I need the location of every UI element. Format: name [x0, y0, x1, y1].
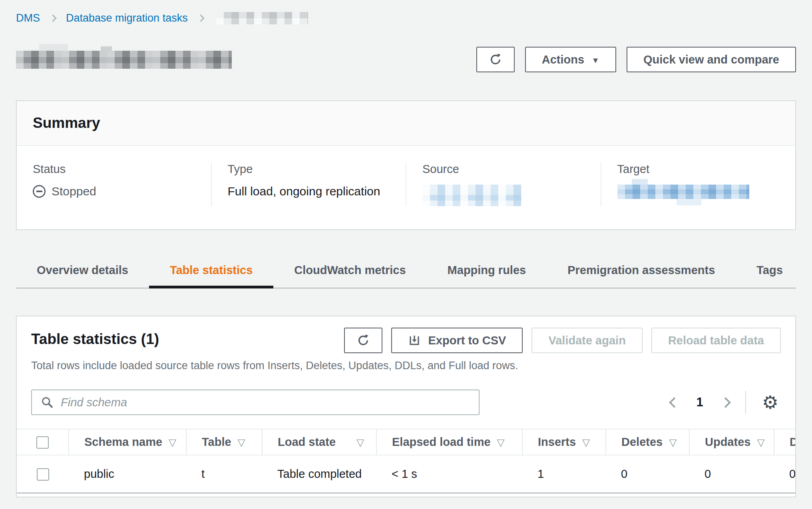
table-refresh-button[interactable]: [344, 328, 382, 353]
table-row: public t Table completed < 1 s 1 0 0 0: [17, 455, 796, 493]
reload-table-data-label: Reload table data: [668, 334, 764, 347]
target-label: Target: [617, 163, 780, 176]
sort-icon: ▽: [356, 437, 364, 448]
previous-page-button[interactable]: [669, 397, 680, 408]
sort-icon: ▽: [669, 437, 677, 448]
tab-mapping-rules[interactable]: Mapping rules: [427, 253, 547, 288]
column-header-inserts[interactable]: Inserts▽: [522, 429, 606, 455]
breadcrumb-tasks-link[interactable]: Database migration tasks: [66, 12, 188, 24]
status-text: Stopped: [52, 185, 96, 198]
column-label: Elapsed load time: [392, 435, 491, 448]
panel-buttons: Export to CSV Validate again Reload tabl…: [344, 328, 781, 353]
pagination-divider: [745, 391, 746, 414]
pagination: 1 ⚙: [671, 391, 781, 414]
header-actions: Actions ▼ Quick view and compare: [476, 47, 796, 72]
cell-load-state: Table completed: [262, 455, 376, 493]
tab-premigration-assessments[interactable]: Premigration assessments: [547, 253, 736, 288]
summary-title: Summary: [33, 115, 100, 131]
panel-description: Total rows include loaded source table r…: [17, 360, 795, 372]
page-number[interactable]: 1: [694, 395, 706, 410]
refresh-button[interactable]: [476, 47, 515, 72]
validate-again-label: Validate again: [548, 334, 625, 347]
table-statistics-table: Schema name▽ Table▽ Load state▽ Elapsed …: [17, 429, 796, 493]
tab-tags[interactable]: Tags: [736, 253, 804, 288]
page-header: Actions ▼ Quick view and compare: [16, 40, 796, 79]
tab-label: Premigration assessments: [567, 264, 715, 277]
tab-table-statistics[interactable]: Table statistics: [149, 253, 273, 288]
summary-col-status: Status Stopped: [17, 163, 211, 206]
column-header-ddls[interactable]: DDLs▽: [774, 429, 796, 455]
column-label: Load state: [278, 435, 336, 448]
next-page-button[interactable]: [720, 397, 731, 408]
cell-elapsed-load-time: < 1 s: [376, 455, 522, 493]
summary-body: Status Stopped Type Full load, ongoing r…: [17, 146, 795, 229]
settings-gear-icon[interactable]: ⚙: [762, 393, 778, 412]
cell-schema-name: public: [69, 455, 186, 493]
tab-overview-details[interactable]: Overview details: [16, 253, 149, 288]
panel-header: Table statistics (1) Export to CSV: [17, 316, 795, 353]
status-value: Stopped: [33, 185, 195, 198]
download-icon: [408, 334, 421, 347]
cell-ddls: 0: [774, 455, 796, 493]
cell-inserts: 1: [522, 455, 606, 493]
chevron-right-icon: [197, 14, 204, 22]
chevron-right-icon: [49, 14, 56, 22]
column-header-load-state[interactable]: Load state▽: [262, 429, 376, 455]
tab-cloudwatch-metrics[interactable]: CloudWatch metrics: [273, 253, 426, 288]
column-header-deletes[interactable]: Deletes▽: [606, 429, 689, 455]
cell-deletes: 0: [606, 455, 689, 493]
select-all-checkbox[interactable]: [36, 436, 49, 449]
refresh-icon: [356, 334, 370, 347]
table-statistics-panel: Table statistics (1) Export to CSV: [16, 316, 796, 497]
export-csv-label: Export to CSV: [428, 334, 506, 347]
summary-col-target: Target: [601, 163, 796, 206]
schema-search-box: [31, 390, 480, 415]
page: DMS Database migration tasks Actions ▼ Q…: [0, 12, 812, 497]
summary-card-header: Summary: [17, 101, 795, 146]
tab-label: Table statistics: [170, 264, 253, 277]
breadcrumb: DMS Database migration tasks: [16, 12, 796, 24]
panel-title: Table statistics (1): [31, 328, 159, 348]
validate-again-button[interactable]: Validate again: [531, 328, 642, 353]
type-value: Full load, ongoing replication: [228, 185, 390, 198]
breadcrumb-dms-link[interactable]: DMS: [16, 12, 40, 24]
reload-table-data-button[interactable]: Reload table data: [651, 328, 781, 353]
sort-icon: ▽: [582, 437, 590, 448]
column-header-updates[interactable]: Updates▽: [689, 429, 774, 455]
type-label: Type: [228, 163, 390, 176]
sort-icon: ▽: [757, 437, 764, 448]
summary-col-source: Source: [406, 163, 601, 206]
sort-icon: ▽: [497, 437, 505, 448]
export-csv-button[interactable]: Export to CSV: [391, 328, 523, 353]
table-header-row: Schema name▽ Table▽ Load state▽ Elapsed …: [17, 429, 796, 455]
task-name-redacted: [16, 51, 232, 69]
summary-col-type: Type Full load, ongoing replication: [211, 163, 406, 206]
cell-table: t: [186, 455, 262, 493]
tab-label: CloudWatch metrics: [294, 264, 406, 277]
source-label: Source: [422, 163, 585, 176]
stopped-status-icon: [33, 185, 46, 198]
schema-search-input[interactable]: [61, 396, 470, 409]
panel-header-text: Table statistics (1): [31, 328, 159, 348]
tab-bar: Overview details Table statistics CloudW…: [16, 253, 796, 288]
target-link-redacted[interactable]: [617, 185, 749, 199]
column-label: DDLs: [790, 435, 796, 448]
filter-row: 1 ⚙: [17, 390, 795, 415]
sort-icon: ▽: [169, 437, 176, 448]
actions-button[interactable]: Actions ▼: [525, 47, 616, 72]
search-icon: [41, 396, 54, 409]
row-checkbox[interactable]: [37, 468, 49, 481]
tab-label: Tags: [756, 264, 783, 277]
column-label: Schema name: [84, 435, 162, 448]
summary-card: Summary Status Stopped Type Full load, o…: [16, 100, 796, 230]
row-select-cell: [17, 455, 69, 493]
breadcrumb-task-name-redacted: [216, 12, 308, 24]
column-label: Updates: [705, 435, 750, 448]
source-link-redacted[interactable]: [422, 185, 521, 206]
actions-button-label: Actions: [542, 53, 584, 66]
quick-view-compare-button[interactable]: Quick view and compare: [627, 47, 796, 72]
quick-view-compare-label: Quick view and compare: [643, 53, 779, 66]
column-header-schema-name[interactable]: Schema name▽: [69, 429, 186, 455]
column-header-table[interactable]: Table▽: [186, 429, 262, 455]
column-header-elapsed-load-time[interactable]: Elapsed load time▽: [376, 429, 522, 455]
